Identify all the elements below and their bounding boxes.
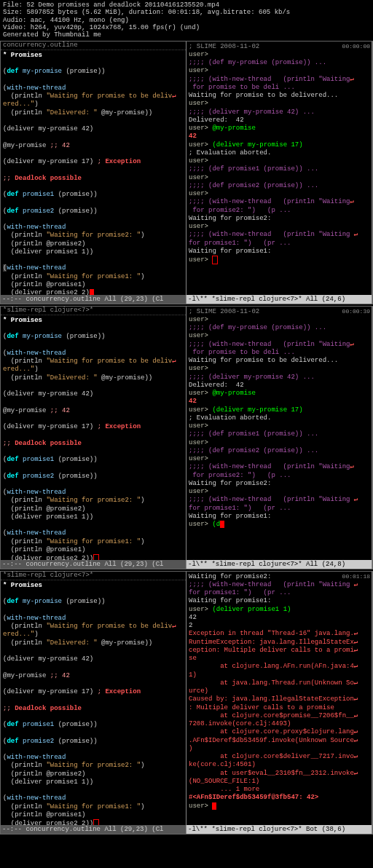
tab-repl[interactable]: *slime-repl clojure<7>* — [1, 307, 186, 315]
cursor — [90, 289, 94, 295]
repl-buffer[interactable]: ; SLIME 2008-11-02 user> ;;;; (def my-pr… — [186, 42, 372, 295]
repl-buffer[interactable]: ; SLIME 2008-11-02 user> ;;;; (def my-pr… — [186, 307, 372, 560]
slime-header: ; SLIME 2008-11-02 — [189, 308, 259, 315]
cursor — [93, 819, 99, 825]
meta-size: Size: 5897852 bytes (5.62 MiB), duration… — [3, 9, 370, 16]
file-metadata: File: 52 Demo promises and deadlock 2011… — [0, 0, 373, 41]
meta-audio: Audio: aac, 44100 Hz, mono (eng) — [3, 17, 370, 24]
thumbnail-frame-3: *slime-repl clojure<7>* * Promises (def … — [0, 571, 373, 835]
source-buffer[interactable]: * Promises (def my-promise (promise)) (w… — [1, 580, 186, 825]
modeline-right: -l\** *slime-repl clojure<7>* All (24,6) — [186, 295, 372, 304]
cursor — [220, 521, 224, 528]
meta-file: File: 52 Demo promises and deadlock 2011… — [3, 1, 370, 9]
modeline-left: --:-- concurrency.outline All (29,23) (C… — [1, 295, 186, 304]
timestamp: 00:00:39 — [342, 308, 370, 315]
tab-outline[interactable]: concurrency.outline — [1, 42, 186, 50]
section-heading: * Promises — [3, 52, 42, 59]
right-pane: Waiting for promise2: ;;;; (with-new-thr… — [186, 572, 372, 834]
section-heading: * Promises — [3, 317, 42, 324]
thumbnail-frame-1: concurrency.outline * Promises (def my-p… — [0, 41, 373, 304]
left-pane: *slime-repl clojure<7>* * Promises (def … — [1, 572, 186, 834]
source-buffer[interactable]: * Promises (def my-promise (promise)) (w… — [1, 50, 186, 295]
timestamp: 00:01:18 — [342, 573, 370, 580]
modeline-right: -l\** *slime-repl clojure<7>* Bot (38,6) — [186, 825, 372, 834]
left-pane: *slime-repl clojure<7>* * Promises (def … — [1, 307, 186, 569]
modeline-left: --:-- concurrency.outline All (29,23) (C… — [1, 825, 186, 834]
section-heading: * Promises — [3, 582, 42, 589]
cursor — [212, 256, 218, 264]
meta-video: Video: h264, yuv420p, 1024x768, 15.00 fp… — [3, 24, 370, 31]
slime-header: ; SLIME 2008-11-02 — [189, 43, 259, 50]
timestamp: 00:00:00 — [342, 43, 370, 50]
cursor — [93, 554, 99, 560]
meta-generator: Generated by Thumbnail me — [3, 31, 370, 39]
right-pane: ; SLIME 2008-11-02 user> ;;;; (def my-pr… — [186, 42, 372, 304]
thumbnail-frame-2: www.ct-ku.com *slime-repl clojure<7>* * … — [0, 306, 373, 569]
cursor — [212, 802, 216, 810]
modeline-right: -l\** *slime-repl clojure<7>* All (24,8) — [186, 560, 372, 569]
right-pane: ; SLIME 2008-11-02 user> ;;;; (def my-pr… — [186, 307, 372, 569]
source-buffer[interactable]: * Promises (def my-promise (promise)) (w… — [1, 315, 186, 560]
modeline-left: --:-- concurrency.outline All (29,23) (C… — [1, 560, 186, 569]
tab-repl[interactable]: *slime-repl clojure<7>* — [1, 572, 186, 580]
repl-buffer[interactable]: Waiting for promise2: ;;;; (with-new-thr… — [186, 572, 372, 825]
left-pane: concurrency.outline * Promises (def my-p… — [1, 42, 186, 304]
